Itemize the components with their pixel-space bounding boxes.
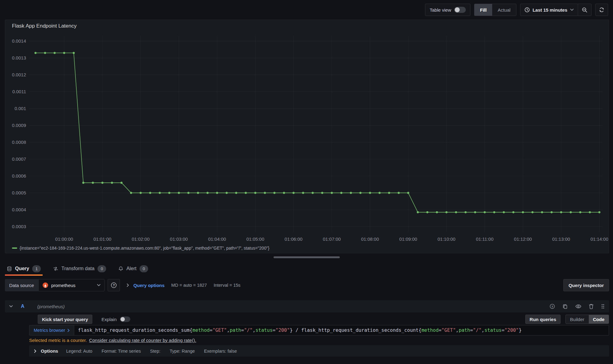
tab-alert-label: Alert — [126, 266, 136, 271]
builder-option[interactable]: Builder — [566, 315, 589, 324]
warning-text: Selected metric is a counter. — [29, 338, 87, 343]
legend-series-label: {instance="ec2-184-169-216-224.us-west-1… — [20, 246, 269, 251]
refresh-icon — [599, 7, 605, 13]
pane-resize-handle[interactable] — [274, 256, 340, 258]
data-point — [455, 211, 457, 213]
duplicate-query-icon[interactable] — [562, 304, 568, 309]
data-point — [378, 192, 381, 194]
promql-editor-row: Metrics browser flask_http_request_durat… — [29, 325, 609, 335]
time-range-picker[interactable]: Last 15 minutes — [520, 4, 578, 16]
toggle-knob — [455, 7, 460, 12]
query-datasource-hint: (prometheus) — [37, 304, 65, 309]
panel-title[interactable]: Flask App Endpoint Latency — [12, 23, 77, 29]
kick-start-query-button[interactable]: Kick start your query — [38, 315, 92, 324]
datasource-name: prometheus — [51, 283, 94, 288]
data-point — [465, 211, 467, 213]
y-axis-tick-label: 0.0012 — [12, 72, 26, 77]
data-point — [216, 192, 218, 194]
run-queries-button[interactable]: Run queries — [525, 315, 561, 324]
options-label: Options — [41, 348, 58, 354]
x-axis-tick-label: 01:01:00 — [94, 236, 111, 242]
options-summary: Legend: AutoFormat: Time seriesStep:Type… — [66, 349, 237, 354]
data-point — [140, 192, 142, 194]
promql-query-input[interactable]: flask_http_request_duration_seconds_sum{… — [74, 325, 609, 335]
data-point — [293, 192, 295, 194]
query-help-icon[interactable]: ? — [550, 304, 555, 309]
data-point — [73, 52, 75, 54]
x-axis-tick-label: 01:10:00 — [438, 236, 455, 242]
x-axis-tick-label: 01:12:00 — [514, 236, 532, 242]
counter-warning-row: Selected metric is a counter. Consider c… — [29, 337, 609, 343]
x-axis-tick-label: 01:13:00 — [552, 236, 570, 242]
data-point — [417, 211, 419, 213]
help-circle-icon: ? — [111, 282, 117, 288]
editor-tabs: Query 1 Transform data 0 Alert 0 — [5, 261, 609, 276]
data-point — [426, 211, 428, 213]
data-point — [235, 192, 237, 194]
data-point — [321, 192, 323, 194]
y-axis-tick-label: 0.0014 — [12, 38, 26, 44]
panel-editor-toolbar: Table view Fill Actual Last 15 minutes — [0, 0, 608, 20]
data-point — [503, 211, 505, 213]
query-ref-id[interactable]: A — [21, 304, 25, 309]
table-view-toggle[interactable] — [454, 7, 466, 13]
add-rate-link[interactable]: Consider calculating rate of counter by … — [89, 338, 196, 343]
legend-item[interactable]: {instance="ec2-184-169-216-224.us-west-1… — [12, 246, 269, 251]
options-summary-item: Type: Range — [170, 349, 195, 354]
data-point — [187, 192, 190, 194]
y-axis-tick-label: 0.0004 — [12, 207, 26, 212]
tab-transform-data[interactable]: Transform data 0 — [51, 261, 108, 276]
data-point — [245, 192, 247, 194]
timeseries-chart[interactable]: 0.00030.00040.00050.00060.00070.00080.00… — [8, 33, 608, 247]
zoom-out-time-button[interactable] — [578, 4, 591, 16]
data-point — [178, 192, 180, 194]
actual-option[interactable]: Actual — [492, 4, 516, 16]
data-point — [283, 192, 285, 194]
toggle-knob — [121, 317, 125, 321]
data-point — [512, 211, 515, 213]
data-point — [350, 192, 352, 194]
drag-handle-grip-icon[interactable] — [601, 304, 605, 309]
y-axis-tick-label: 0.0009 — [12, 123, 26, 128]
time-picker-group: Last 15 minutes — [520, 4, 592, 16]
chevron-right-icon — [34, 349, 36, 353]
data-point — [359, 192, 362, 194]
clock-icon — [524, 7, 530, 13]
data-point — [92, 182, 94, 184]
datasource-help-button[interactable]: ? — [108, 279, 120, 291]
data-point — [264, 192, 266, 194]
y-axis-tick-label: 0.0008 — [12, 140, 26, 145]
data-point — [589, 211, 591, 213]
explain-control: Explain — [102, 316, 130, 322]
datasource-picker[interactable]: prometheus — [38, 279, 105, 291]
collapse-query-chevron-icon[interactable] — [9, 305, 13, 308]
query-row-header: A (prometheus) ? — [5, 300, 609, 312]
explain-toggle[interactable] — [120, 316, 130, 322]
query-options-section: Query options MD = auto = 1827 Interval … — [127, 283, 240, 288]
x-axis-tick-label: 01:11:00 — [476, 236, 493, 242]
data-point — [436, 211, 438, 213]
data-point — [493, 211, 495, 213]
query-inspector-button[interactable]: Query inspector — [563, 279, 609, 291]
data-point — [54, 52, 56, 54]
time-range-label: Last 15 minutes — [533, 7, 567, 13]
delete-query-trash-icon[interactable] — [589, 304, 594, 309]
chevron-down-icon — [570, 9, 574, 11]
code-option[interactable]: Code — [589, 315, 609, 324]
metrics-browser-button[interactable]: Metrics browser — [29, 325, 74, 335]
refresh-button[interactable] — [595, 4, 608, 16]
data-point — [579, 211, 581, 213]
tab-alert[interactable]: Alert 0 — [117, 261, 150, 276]
x-axis-tick-label: 01:00:00 — [55, 236, 73, 242]
y-axis-tick-label: 0.0011 — [12, 89, 26, 94]
data-point — [274, 192, 276, 194]
options-toggle[interactable]: Options — [34, 348, 58, 354]
data-point — [522, 211, 524, 213]
fill-option[interactable]: Fill — [474, 4, 492, 16]
datasource-label: Data source — [5, 279, 38, 291]
hide-query-eye-icon[interactable] — [575, 304, 581, 309]
query-options-toggle[interactable]: Query options — [133, 283, 165, 288]
tab-query[interactable]: Query 1 — [5, 261, 43, 276]
data-point — [388, 192, 390, 194]
x-axis-tick-label: 01:04:00 — [208, 236, 226, 242]
